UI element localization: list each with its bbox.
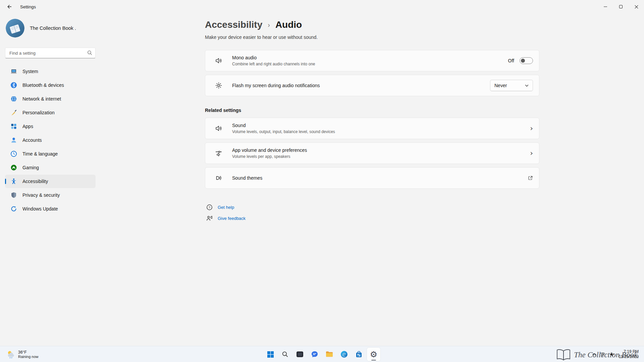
system-tray: 7:19 PM 11/15/2022: [592, 346, 641, 362]
chevron-right-icon: ›: [530, 149, 533, 157]
weather-text: 36°F Raining now: [18, 350, 39, 359]
breadcrumb-parent[interactable]: Accessibility: [205, 19, 262, 30]
store-icon: [355, 351, 363, 358]
speaker-icon: [215, 125, 223, 132]
sidebar-item-accounts[interactable]: Accounts: [5, 133, 96, 147]
sidebar-item-label: Time & language: [22, 151, 58, 157]
personalization-icon: [10, 109, 17, 116]
network-tray-icon[interactable]: [600, 352, 605, 357]
back-button[interactable]: [3, 1, 16, 12]
setting-row-mono-audio: Mono audio Combine left and right audio …: [205, 50, 539, 71]
sidebar-item-label: Network & internet: [22, 96, 61, 102]
hidden-icons-chevron-icon[interactable]: [592, 352, 596, 356]
maximize-button[interactable]: [613, 0, 629, 13]
start-button[interactable]: [264, 348, 277, 361]
search-taskbar-button[interactable]: [278, 348, 292, 361]
get-help-link[interactable]: Get help: [218, 205, 234, 210]
search-icon: [282, 351, 288, 358]
bluetooth-icon: [10, 82, 17, 88]
time-language-icon: [10, 150, 17, 157]
sidebar-item-personalization[interactable]: Personalization: [5, 106, 96, 119]
edge-button[interactable]: [337, 348, 351, 361]
sidebar-item-gaming[interactable]: Gaming: [5, 161, 96, 174]
system-icon: [10, 68, 17, 75]
search-input[interactable]: [5, 48, 96, 58]
related-row-sound[interactable]: Sound Volume levels, output, input, bala…: [205, 118, 539, 139]
related-description: Volume levels per app, speakers: [232, 154, 307, 159]
sidebar-item-label: Privacy & security: [22, 192, 60, 198]
give-feedback-link[interactable]: Give feedback: [218, 216, 246, 221]
page-subtitle: Make your device easier to hear or use w…: [205, 35, 539, 40]
chevron-down-icon: [525, 84, 529, 87]
sidebar-item-label: Personalization: [22, 110, 55, 115]
sidebar-item-label: Apps: [22, 124, 33, 129]
related-row-sound-themes[interactable]: Sound themes: [205, 167, 539, 189]
accessibility-icon: [10, 178, 17, 185]
sidebar-item-system[interactable]: System: [5, 65, 96, 78]
avatar: [6, 19, 24, 38]
page-title: Audio: [275, 19, 302, 30]
flash-notification-icon: [215, 82, 223, 89]
file-explorer-icon: [325, 350, 333, 358]
settings-gear-icon: ⚙: [370, 350, 377, 359]
sidebar: The Collection Book . System Bluetooth &…: [0, 13, 101, 346]
windows-logo-icon: [267, 351, 274, 358]
app-volume-icon: [215, 149, 223, 157]
sidebar-item-bluetooth-devices[interactable]: Bluetooth & devices: [5, 78, 96, 92]
flash-screen-dropdown[interactable]: Never: [490, 80, 533, 91]
sidebar-item-label: Gaming: [22, 165, 39, 170]
svg-text:?: ?: [209, 205, 210, 209]
task-view-icon: [296, 351, 304, 358]
file-explorer-button[interactable]: [323, 348, 336, 361]
profile-name: The Collection Book .: [30, 25, 76, 31]
sidebar-item-label: Windows Update: [22, 206, 58, 212]
related-title: Sound: [232, 123, 335, 128]
toggle-state-label: Off: [508, 58, 514, 63]
volume-tray-icon[interactable]: [609, 352, 615, 357]
chat-icon: [311, 351, 318, 358]
app-title: Settings: [20, 4, 36, 9]
network-icon: [10, 96, 17, 102]
back-arrow-icon: [7, 4, 12, 9]
profile[interactable]: The Collection Book .: [0, 13, 101, 38]
related-title: App volume and device preferences: [232, 147, 307, 153]
gaming-icon: [10, 164, 17, 171]
settings-window: Settings: [0, 0, 644, 362]
related-row-app-volume[interactable]: App volume and device preferences Volume…: [205, 142, 539, 164]
mono-audio-toggle[interactable]: [520, 57, 533, 64]
settings-group: Mono audio Combine left and right audio …: [205, 50, 539, 96]
sidebar-item-apps[interactable]: Apps: [5, 120, 96, 133]
minimize-button[interactable]: [598, 0, 613, 13]
sidebar-item-privacy-security[interactable]: Privacy & security: [5, 188, 96, 202]
main-content: Accessibility › Audio Make your device e…: [101, 13, 644, 346]
task-view-button[interactable]: [293, 348, 307, 361]
search-icon[interactable]: [87, 50, 92, 55]
store-button[interactable]: [352, 348, 366, 361]
related-title: Sound themes: [232, 175, 262, 181]
titlebar: Settings: [0, 0, 644, 13]
sidebar-item-windows-update[interactable]: Windows Update: [5, 202, 96, 216]
chevron-right-icon: ›: [530, 125, 533, 132]
weather-icon: [7, 350, 15, 359]
settings-taskbar-button[interactable]: ⚙: [367, 348, 380, 361]
sidebar-nav: System Bluetooth & devices Network & int…: [0, 65, 101, 216]
clock[interactable]: 7:19 PM 11/15/2022: [619, 349, 639, 359]
give-feedback-row: Give feedback: [206, 215, 539, 222]
chat-button[interactable]: [308, 348, 321, 361]
sidebar-item-accessibility[interactable]: Accessibility: [5, 175, 96, 188]
privacy-icon: [10, 192, 17, 198]
sidebar-item-network-internet[interactable]: Network & internet: [5, 92, 96, 106]
setting-title: Mono audio: [232, 55, 315, 60]
speaker-icon: [215, 57, 223, 64]
setting-description: Combine left and right audio channels in…: [232, 62, 315, 66]
sidebar-item-label: Accessibility: [22, 179, 48, 184]
weather-temp: 36°F: [18, 350, 39, 355]
weather-widget[interactable]: 36°F Raining now: [3, 347, 42, 361]
close-button[interactable]: [629, 0, 644, 13]
taskbar: 36°F Raining now: [0, 346, 644, 362]
accounts-icon: [10, 137, 17, 143]
sidebar-item-time-language[interactable]: Time & language: [5, 147, 96, 161]
clock-time: 7:19 PM: [619, 349, 639, 354]
related-settings-header: Related settings: [205, 108, 539, 113]
sidebar-item-label: Accounts: [22, 137, 42, 143]
